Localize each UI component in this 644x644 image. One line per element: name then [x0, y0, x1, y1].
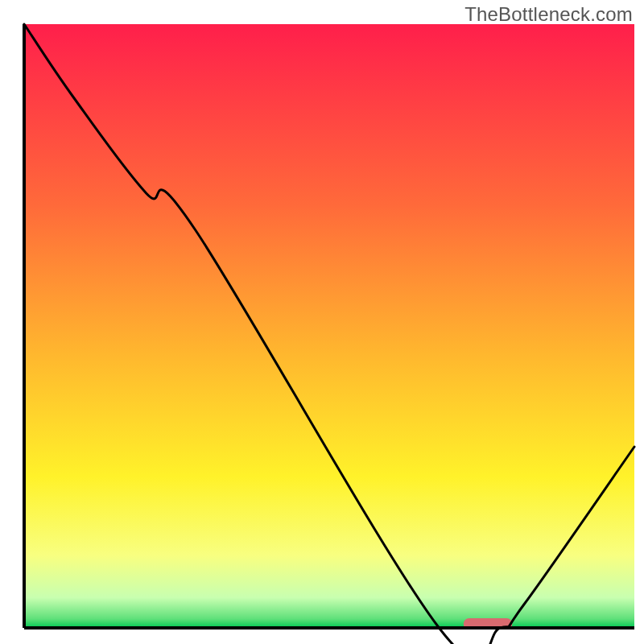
plot-area — [24, 24, 634, 644]
chart-svg — [0, 0, 644, 644]
gradient-background — [24, 24, 634, 628]
watermark-text: TheBottleneck.com — [464, 3, 633, 26]
chart-container: TheBottleneck.com — [0, 0, 644, 644]
